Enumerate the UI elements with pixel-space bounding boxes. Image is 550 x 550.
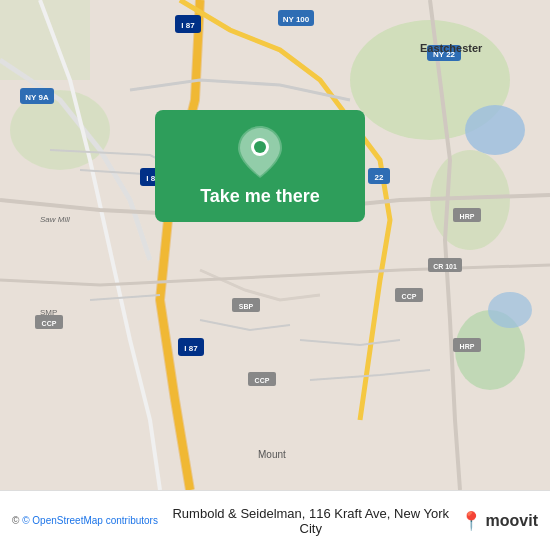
- map-container: I 87 NY 100 NY 22 NY 9A I 87 22 I 87 Saw…: [0, 0, 550, 490]
- svg-text:I 87: I 87: [181, 21, 195, 30]
- svg-point-7: [488, 292, 532, 328]
- svg-text:HRP: HRP: [460, 343, 475, 350]
- svg-text:NY 100: NY 100: [283, 15, 310, 24]
- copyright-symbol: ©: [12, 515, 19, 526]
- svg-text:SBP: SBP: [239, 303, 254, 310]
- map-svg: I 87 NY 100 NY 22 NY 9A I 87 22 I 87 Saw…: [0, 0, 550, 490]
- svg-point-6: [465, 105, 525, 155]
- action-button-label: Take me there: [200, 186, 320, 208]
- moovit-brand-text: moovit: [486, 512, 538, 530]
- svg-text:Mount: Mount: [258, 449, 286, 460]
- moovit-logo: 📍 moovit: [460, 510, 538, 532]
- osm-link[interactable]: © OpenStreetMap contributors: [22, 515, 158, 526]
- svg-text:CR 101: CR 101: [433, 263, 457, 270]
- svg-text:CCP: CCP: [402, 293, 417, 300]
- svg-text:CCP: CCP: [255, 377, 270, 384]
- bottom-bar: © © OpenStreetMap contributors Rumbold &…: [0, 490, 550, 550]
- moovit-pin-icon: 📍: [460, 510, 482, 532]
- location-pin-icon: [238, 126, 282, 178]
- copyright-text: © © OpenStreetMap contributors: [12, 515, 158, 526]
- svg-text:I 87: I 87: [184, 344, 198, 353]
- svg-text:HRP: HRP: [460, 213, 475, 220]
- svg-text:NY 9A: NY 9A: [25, 93, 49, 102]
- address-text: Rumbold & Seidelman, 116 Kraft Ave, New …: [170, 506, 452, 536]
- svg-text:22: 22: [375, 173, 384, 182]
- svg-text:Eastchester: Eastchester: [420, 42, 483, 54]
- action-card[interactable]: Take me there: [155, 110, 365, 222]
- svg-point-41: [254, 141, 266, 153]
- location-icon-wrapper: [236, 128, 284, 176]
- svg-text:CCP: CCP: [42, 320, 57, 327]
- svg-text:Saw Mill: Saw Mill: [40, 215, 70, 224]
